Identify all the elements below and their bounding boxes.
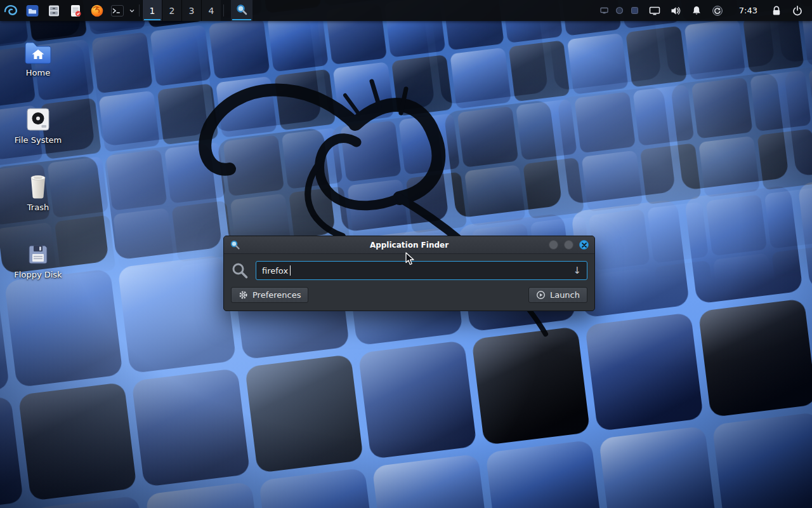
desktop-icon-label: Floppy Disk: [14, 270, 62, 279]
desktop-icon-trash[interactable]: Trash: [6, 170, 70, 212]
lock-screen-button[interactable]: [771, 5, 782, 17]
desktop-icon-label: Trash: [27, 203, 49, 212]
desktop-icon-label: Home: [26, 68, 50, 77]
close-button[interactable]: [579, 240, 589, 250]
file-system-drive-icon: [25, 103, 51, 132]
file-manager-icon: [25, 4, 39, 18]
text-caret: [290, 265, 291, 276]
indicator-area: 7:43: [649, 5, 764, 17]
floppy-disk-icon: [26, 237, 50, 267]
taskbar-application-finder-button[interactable]: [231, 0, 252, 21]
text-editor-icon: [69, 4, 82, 18]
clock[interactable]: 7:43: [733, 6, 764, 15]
close-icon: [582, 243, 587, 248]
search-row: firefox ↓: [231, 261, 587, 280]
workspace-4[interactable]: 4: [201, 0, 221, 21]
launch-icon: [536, 290, 546, 300]
search-input-text: firefox: [262, 266, 288, 276]
workspace-4-label: 4: [209, 6, 214, 16]
systray-icon-2[interactable]: [615, 6, 624, 15]
launch-button[interactable]: Launch: [528, 287, 587, 303]
systray-icon-1[interactable]: [600, 6, 608, 15]
minimize-button[interactable]: [549, 240, 558, 250]
panel-left: 1 2 3 4: [0, 0, 252, 21]
launcher-terminal[interactable]: [108, 0, 127, 21]
volume-indicator[interactable]: [670, 5, 681, 17]
session-area: [764, 5, 807, 17]
preferences-label: Preferences: [252, 290, 301, 300]
desktop: 1 2 3 4: [0, 0, 812, 508]
workspace-1[interactable]: 1: [142, 0, 162, 21]
workspace-2[interactable]: 2: [162, 0, 181, 21]
launcher-firefox[interactable]: [86, 0, 108, 21]
panel-right: 7:43: [594, 0, 812, 21]
dialog-body: firefox ↓ Preferences Launch: [224, 254, 594, 311]
application-finder-window: Application Finder firefox ↓: [223, 236, 595, 311]
maximize-button[interactable]: [564, 240, 573, 250]
search-icon: [231, 262, 249, 279]
panel-separator: [223, 4, 224, 17]
workspace-1-label: 1: [150, 6, 155, 16]
gear-icon: [239, 290, 248, 300]
preferences-button[interactable]: Preferences: [231, 287, 308, 303]
desktop-icon-home[interactable]: Home: [6, 36, 70, 77]
search-input[interactable]: firefox ↓: [256, 261, 587, 280]
panel-separator: [139, 4, 140, 17]
update-indicator[interactable]: [712, 5, 723, 17]
launch-label: Launch: [550, 290, 580, 300]
firefox-icon: [90, 4, 104, 18]
desktop-icon-floppy-disk[interactable]: Floppy Disk: [6, 237, 70, 279]
dialog-button-row: Preferences Launch: [231, 287, 587, 303]
file-cabinet-icon: [47, 4, 61, 18]
dropdown-arrow-icon[interactable]: ↓: [573, 266, 581, 276]
workspace-3[interactable]: 3: [181, 0, 201, 21]
window-title: Application Finder: [224, 241, 594, 250]
display-indicator[interactable]: [649, 5, 660, 17]
desktop-icon-file-system[interactable]: File System: [6, 103, 70, 145]
top-panel: 1 2 3 4: [0, 0, 812, 21]
application-finder-icon: [235, 3, 248, 18]
desktop-icon-label: File System: [15, 135, 62, 145]
systray-icon-3[interactable]: [631, 6, 639, 15]
system-tray: [600, 6, 639, 15]
application-finder-window-icon: [230, 239, 240, 250]
logout-power-button[interactable]: [792, 5, 803, 17]
window-controls: [549, 240, 589, 250]
launcher-file-cabinet[interactable]: [43, 0, 65, 21]
terminal-dropdown-chevron[interactable]: [127, 0, 136, 21]
window-titlebar[interactable]: Application Finder: [224, 236, 594, 254]
notifications-indicator[interactable]: [691, 5, 702, 17]
applications-menu-button[interactable]: [0, 0, 22, 21]
workspace-3-label: 3: [189, 6, 195, 16]
home-folder-icon: [24, 36, 52, 65]
kali-logo-icon: [3, 3, 19, 19]
workspace-2-label: 2: [169, 6, 175, 16]
launcher-text-editor[interactable]: [65, 0, 86, 21]
terminal-icon: [110, 4, 124, 18]
trash-bin-icon: [27, 170, 49, 199]
launcher-file-manager[interactable]: [22, 0, 43, 21]
